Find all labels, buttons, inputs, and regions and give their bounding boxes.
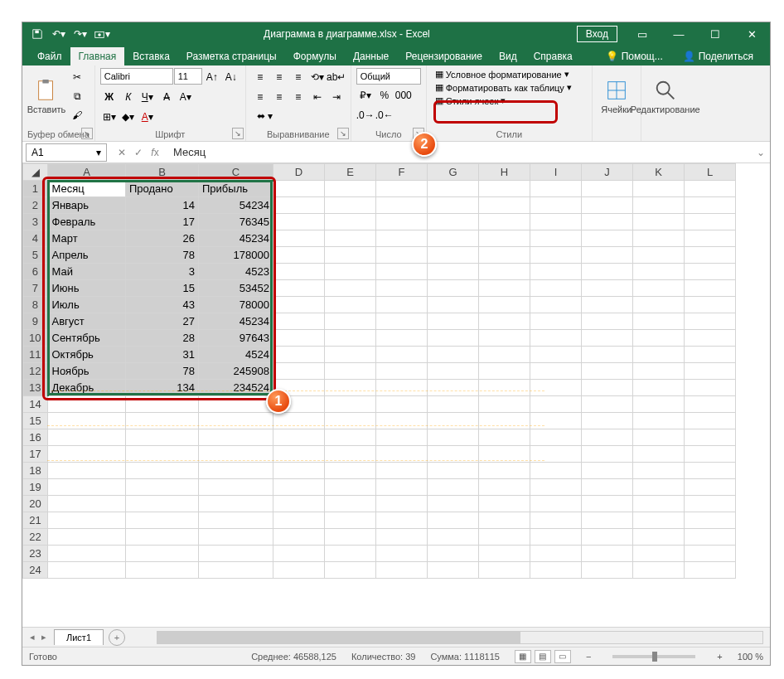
cell[interactable] bbox=[325, 380, 376, 396]
cell[interactable] bbox=[582, 479, 633, 496]
cell[interactable] bbox=[325, 181, 376, 197]
cell[interactable] bbox=[428, 463, 479, 479]
cell[interactable] bbox=[376, 197, 428, 214]
cell[interactable] bbox=[199, 512, 273, 529]
row-header[interactable]: 21 bbox=[23, 512, 48, 529]
row-header[interactable]: 10 bbox=[23, 330, 48, 347]
cell[interactable] bbox=[633, 363, 685, 380]
cell[interactable] bbox=[479, 429, 530, 446]
cell[interactable] bbox=[633, 413, 685, 429]
cell[interactable] bbox=[273, 297, 325, 313]
cell[interactable] bbox=[685, 529, 736, 546]
cell[interactable] bbox=[126, 396, 199, 413]
cell[interactable] bbox=[428, 330, 479, 347]
cell[interactable] bbox=[530, 264, 582, 280]
cell[interactable] bbox=[428, 479, 479, 496]
cell[interactable] bbox=[199, 546, 273, 562]
cell[interactable] bbox=[376, 181, 428, 197]
col-header[interactable]: D bbox=[273, 164, 325, 181]
percent-icon[interactable]: % bbox=[375, 86, 394, 104]
cell[interactable] bbox=[325, 197, 376, 214]
merge-center-icon[interactable]: ⬌ ▾ bbox=[251, 108, 278, 124]
cell[interactable] bbox=[530, 479, 582, 496]
cut-icon[interactable]: ✂ bbox=[68, 68, 86, 86]
cell[interactable]: 76345 bbox=[199, 214, 273, 230]
cell[interactable] bbox=[633, 562, 685, 579]
share-button[interactable]: 👤Поделиться bbox=[675, 47, 762, 65]
cell[interactable] bbox=[325, 230, 376, 247]
cell[interactable] bbox=[479, 363, 530, 380]
cell[interactable] bbox=[273, 413, 325, 429]
cell[interactable] bbox=[428, 413, 479, 429]
cell[interactable] bbox=[530, 297, 582, 313]
cell[interactable] bbox=[633, 347, 685, 363]
cell[interactable]: 28 bbox=[126, 330, 199, 347]
cell[interactable] bbox=[273, 347, 325, 363]
zoom-out-icon[interactable]: − bbox=[586, 652, 591, 662]
cell[interactable] bbox=[273, 330, 325, 347]
cell[interactable]: 27 bbox=[126, 313, 199, 330]
cell[interactable] bbox=[325, 413, 376, 429]
cell[interactable] bbox=[582, 562, 633, 579]
cell[interactable] bbox=[428, 181, 479, 197]
double-underline-icon[interactable]: A̶ bbox=[157, 88, 176, 106]
cell[interactable]: Май bbox=[48, 264, 126, 280]
cell[interactable] bbox=[126, 479, 199, 496]
cell[interactable] bbox=[325, 330, 376, 347]
cell[interactable] bbox=[325, 280, 376, 297]
enter-formula-icon[interactable]: ✓ bbox=[132, 147, 145, 158]
cell[interactable] bbox=[428, 247, 479, 264]
col-header[interactable]: B bbox=[126, 164, 199, 181]
italic-icon[interactable]: К bbox=[119, 88, 138, 106]
name-box[interactable]: A1▾ bbox=[26, 143, 107, 162]
row-header[interactable]: 4 bbox=[23, 230, 48, 247]
tab-data[interactable]: Данные bbox=[345, 47, 397, 65]
cell[interactable]: 31 bbox=[126, 347, 199, 363]
cell[interactable]: 14 bbox=[126, 197, 199, 214]
cell[interactable] bbox=[633, 247, 685, 264]
fx-icon[interactable]: fx bbox=[148, 147, 162, 158]
cell[interactable]: 134 bbox=[126, 380, 199, 396]
cell[interactable] bbox=[376, 562, 428, 579]
cell[interactable] bbox=[126, 512, 199, 529]
cell[interactable] bbox=[685, 280, 736, 297]
cell[interactable] bbox=[633, 297, 685, 313]
cell[interactable] bbox=[376, 479, 428, 496]
cell[interactable] bbox=[48, 512, 126, 529]
cell[interactable] bbox=[685, 512, 736, 529]
font-name-combo[interactable]: Calibri bbox=[100, 68, 173, 85]
ribbon-options-icon[interactable]: ▭ bbox=[624, 22, 661, 46]
align-launcher-icon[interactable]: ↘ bbox=[337, 128, 349, 139]
cell[interactable] bbox=[428, 529, 479, 546]
cell[interactable] bbox=[273, 546, 325, 562]
cell[interactable] bbox=[325, 396, 376, 413]
cell[interactable] bbox=[479, 479, 530, 496]
row-header[interactable]: 12 bbox=[23, 363, 48, 380]
cell[interactable] bbox=[376, 463, 428, 479]
cell[interactable] bbox=[582, 247, 633, 264]
cell[interactable] bbox=[273, 247, 325, 264]
phonetic-icon[interactable]: A▾ bbox=[177, 88, 195, 106]
cell[interactable] bbox=[685, 297, 736, 313]
cell[interactable] bbox=[273, 230, 325, 247]
col-header[interactable]: E bbox=[325, 164, 376, 181]
cell[interactable] bbox=[428, 380, 479, 396]
select-all-corner[interactable]: ◢ bbox=[23, 164, 48, 181]
cell[interactable] bbox=[325, 313, 376, 330]
cell[interactable] bbox=[199, 463, 273, 479]
zoom-level[interactable]: 100 % bbox=[738, 652, 763, 662]
cell[interactable] bbox=[273, 463, 325, 479]
row-header[interactable]: 7 bbox=[23, 280, 48, 297]
decrease-decimal-icon[interactable]: .0← bbox=[375, 106, 394, 124]
cell[interactable]: 78 bbox=[126, 363, 199, 380]
cell[interactable] bbox=[582, 546, 633, 562]
col-header[interactable]: K bbox=[633, 164, 685, 181]
cell[interactable] bbox=[582, 512, 633, 529]
cell[interactable]: Октябрь bbox=[48, 347, 126, 363]
cell[interactable] bbox=[376, 363, 428, 380]
cell[interactable]: Февраль bbox=[48, 214, 126, 230]
cell[interactable] bbox=[685, 330, 736, 347]
cell[interactable]: 3 bbox=[126, 264, 199, 280]
cell[interactable] bbox=[530, 181, 582, 197]
cell[interactable] bbox=[376, 280, 428, 297]
